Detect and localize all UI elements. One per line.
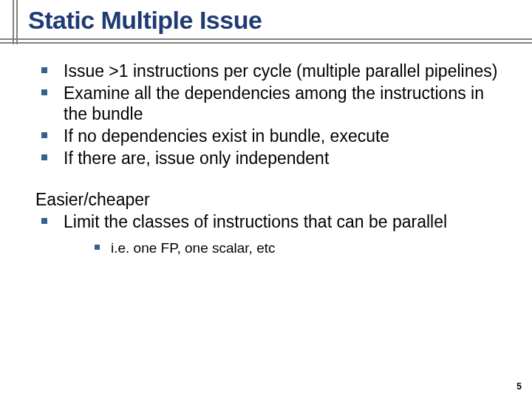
list-item: Limit the classes of instructions that c… [35, 211, 510, 257]
list-item: If no dependencies exist in bundle, exec… [35, 126, 510, 146]
subtitle-text: Easier/cheaper [35, 189, 510, 210]
subsub-bullet-list: i.e. one FP, one scalar, etc [90, 239, 510, 257]
page-number: 5 [516, 381, 522, 392]
list-item: Issue >1 instructions per cycle (multipl… [35, 61, 510, 81]
slide: Static Multiple Issue Issue >1 instructi… [0, 0, 532, 399]
sub-bullet-list: Limit the classes of instructions that c… [35, 211, 510, 257]
main-bullet-list: Issue >1 instructions per cycle (multipl… [35, 61, 510, 168]
list-item-label: Limit the classes of instructions that c… [64, 212, 447, 231]
list-item: Examine all the dependencies among the i… [35, 83, 510, 124]
slide-title: Static Multiple Issue [28, 6, 262, 35]
list-item: If there are, issue only independent [35, 148, 510, 168]
list-item: i.e. one FP, one scalar, etc [90, 239, 510, 257]
slide-body: Issue >1 instructions per cycle (multipl… [35, 61, 510, 259]
